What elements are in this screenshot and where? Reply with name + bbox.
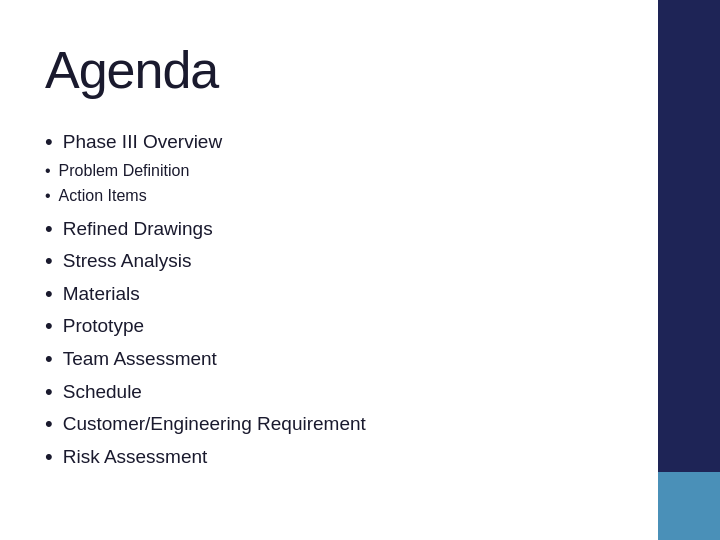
list-item: • Materials: [45, 280, 608, 309]
agenda-list: • Phase III Overview • Problem Definitio…: [45, 128, 608, 471]
agenda-item-label: Risk Assessment: [63, 443, 208, 471]
list-item: • Problem Definition: [45, 159, 189, 183]
agenda-item-label: Schedule: [63, 378, 142, 406]
bullet-main-icon: •: [45, 345, 53, 374]
list-item: • Schedule: [45, 378, 608, 407]
agenda-item-label: Phase III Overview: [63, 128, 222, 156]
list-item: • Refined Drawings: [45, 215, 608, 244]
list-item: • Action Items: [45, 184, 189, 208]
slide-container: Agenda • Phase III Overview • Problem De…: [0, 0, 720, 540]
sidebar-blue-panel: [658, 472, 720, 540]
phase-item-header: • Phase III Overview: [45, 128, 222, 157]
sub-item-label: Action Items: [59, 184, 147, 208]
agenda-item-label: Stress Analysis: [63, 247, 192, 275]
sidebar-right: [658, 0, 720, 540]
list-item: • Stress Analysis: [45, 247, 608, 276]
bullet-main-icon: •: [45, 312, 53, 341]
bullet-main-icon: •: [45, 128, 53, 157]
slide-title: Agenda: [45, 40, 608, 100]
list-item: • Team Assessment: [45, 345, 608, 374]
bullet-main-icon: •: [45, 443, 53, 472]
bullet-sub-icon: •: [45, 184, 51, 208]
bullet-main-icon: •: [45, 280, 53, 309]
sub-item-label: Problem Definition: [59, 159, 190, 183]
agenda-item-label: Team Assessment: [63, 345, 217, 373]
agenda-item-label: Customer/Engineering Requirement: [63, 410, 366, 438]
agenda-item-label: Materials: [63, 280, 140, 308]
list-item: • Risk Assessment: [45, 443, 608, 472]
list-item: • Customer/Engineering Requirement: [45, 410, 608, 439]
sidebar-dark-panel: [658, 0, 720, 472]
bullet-main-icon: •: [45, 410, 53, 439]
list-item: • Prototype: [45, 312, 608, 341]
bullet-main-icon: •: [45, 378, 53, 407]
bullet-main-icon: •: [45, 215, 53, 244]
list-item: • Phase III Overview • Problem Definitio…: [45, 128, 608, 211]
bullet-sub-icon: •: [45, 159, 51, 183]
agenda-item-label: Prototype: [63, 312, 144, 340]
sub-list: • Problem Definition • Action Items: [45, 159, 189, 209]
agenda-item-label: Refined Drawings: [63, 215, 213, 243]
main-content: Agenda • Phase III Overview • Problem De…: [0, 0, 658, 540]
bullet-main-icon: •: [45, 247, 53, 276]
